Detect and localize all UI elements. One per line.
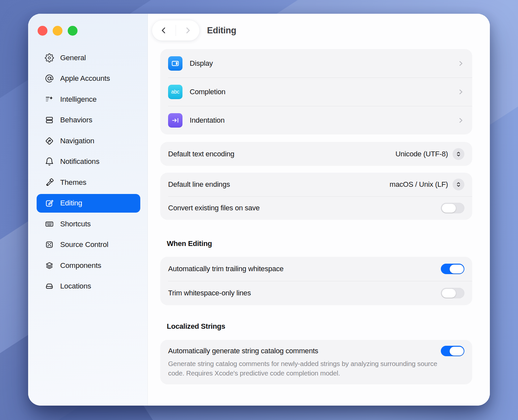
- generate-comments-row: Automatically generate string catalog co…: [160, 340, 472, 356]
- sidebar-item-navigation[interactable]: Navigation: [37, 131, 140, 150]
- up-down-chevrons-icon: [455, 181, 462, 188]
- diamond-turn-arrow-icon: [44, 136, 54, 146]
- localized-strings-card: Automatically generate string catalog co…: [160, 340, 472, 384]
- forward-button[interactable]: [176, 20, 199, 41]
- sidebar-item-label: Themes: [60, 178, 86, 187]
- gear-icon: [44, 53, 54, 63]
- encoding-select-stepper[interactable]: [453, 148, 464, 160]
- row-label: Default text encoding: [168, 150, 234, 158]
- row-label: Automatically generate string catalog co…: [168, 347, 318, 355]
- paintbrush-icon: [44, 178, 54, 187]
- trim-trailing-toggle[interactable]: [441, 264, 464, 274]
- keyboard-icon: [44, 219, 54, 229]
- section-header-localized-strings: Localized Strings: [167, 322, 472, 331]
- sidebar-item-themes[interactable]: Themes: [37, 173, 140, 192]
- sidebar-item-label: Notifications: [60, 157, 99, 166]
- chevron-right-icon: [457, 88, 464, 96]
- line-endings-card: Default line endings macOS / Unix (LF) C…: [160, 173, 472, 220]
- text-encoding-row: Default text encoding Unicode (UTF-8): [160, 142, 472, 166]
- sidebar-item-label: General: [60, 54, 86, 62]
- sidebar-item-locations[interactable]: Locations: [37, 277, 140, 296]
- sidebar-list: General Apple Accounts Intelligence Beha…: [28, 48, 147, 298]
- display-row[interactable]: Display: [160, 49, 472, 78]
- close-button[interactable]: [38, 26, 47, 36]
- sidebar-item-components[interactable]: Components: [37, 256, 140, 275]
- sidebar-item-label: Components: [60, 261, 101, 270]
- sidebar: General Apple Accounts Intelligence Beha…: [28, 14, 148, 406]
- generate-comments-description: Generate string catalog comments for new…: [160, 356, 450, 378]
- generate-comments-toggle[interactable]: [441, 346, 464, 356]
- sidebar-item-general[interactable]: General: [37, 48, 140, 67]
- sparkle-lines-icon: [44, 95, 54, 104]
- sidebar-item-editing[interactable]: Editing: [37, 194, 140, 213]
- page-title: Editing: [207, 20, 236, 41]
- row-label: Trim whitespace-only lines: [168, 289, 251, 297]
- encoding-card: Default text encoding Unicode (UTF-8): [160, 142, 472, 166]
- external-drive-icon: [44, 281, 54, 291]
- nav-card: Display abc Completion: [160, 49, 472, 134]
- sidebar-item-apple-accounts[interactable]: Apple Accounts: [37, 69, 140, 88]
- sidebar-item-behaviors[interactable]: Behaviors: [37, 111, 140, 130]
- history-nav-pill: [152, 20, 199, 41]
- trim-whitespace-only-row: Trim whitespace-only lines: [160, 281, 472, 305]
- sidebar-item-label: Behaviors: [60, 116, 92, 124]
- line-endings-select-stepper[interactable]: [453, 179, 464, 190]
- source-control-icon: [44, 240, 54, 250]
- trim-trailing-row: Automatically trim trailing whitespace: [160, 257, 472, 281]
- section-header-when-editing: When Editing: [167, 239, 472, 248]
- indentation-icon: [168, 113, 182, 128]
- toggle-knob: [442, 204, 456, 213]
- main-pane: Editing Display abc Completi: [148, 14, 490, 406]
- chevron-right-icon: [457, 60, 464, 67]
- chevron-right-icon: [183, 26, 192, 35]
- sidebar-item-notifications[interactable]: Notifications: [37, 152, 140, 171]
- chevron-right-icon: [457, 117, 464, 124]
- at-sign-icon: [44, 74, 54, 83]
- minimize-button[interactable]: [53, 26, 62, 36]
- toggle-knob: [450, 265, 464, 273]
- sidebar-item-label: Intelligence: [60, 95, 96, 104]
- row-label: Display: [190, 59, 213, 68]
- zoom-button[interactable]: [68, 26, 78, 36]
- sidebar-item-label: Source Control: [60, 240, 108, 249]
- row-label: Convert existing files on save: [168, 204, 260, 212]
- sidebar-item-label: Shortcuts: [60, 220, 91, 228]
- toggle-knob: [442, 289, 456, 298]
- stacked-rows-icon: [44, 115, 54, 125]
- sidebar-item-label: Apple Accounts: [60, 74, 110, 83]
- content: Display abc Completion: [160, 49, 472, 384]
- settings-window: General Apple Accounts Intelligence Beha…: [28, 14, 490, 406]
- row-label: Indentation: [190, 116, 225, 125]
- sidebar-item-intelligence[interactable]: Intelligence: [37, 90, 140, 109]
- when-editing-card: Automatically trim trailing whitespace T…: [160, 257, 472, 305]
- up-down-chevrons-icon: [455, 150, 462, 158]
- square-pencil-icon: [44, 198, 54, 208]
- line-endings-value: macOS / Unix (LF): [389, 180, 448, 189]
- abc-completion-icon: abc: [168, 85, 182, 99]
- bell-icon: [44, 157, 54, 166]
- row-label: Completion: [190, 88, 225, 96]
- sidebar-item-label: Editing: [60, 199, 82, 207]
- back-button[interactable]: [152, 20, 176, 41]
- chevron-left-icon: [160, 26, 168, 35]
- row-label: Default line endings: [168, 180, 230, 189]
- encoding-value: Unicode (UTF-8): [395, 150, 448, 158]
- line-endings-row: Default line endings macOS / Unix (LF): [160, 173, 472, 196]
- completion-row[interactable]: abc Completion: [160, 78, 472, 106]
- traffic-lights: [38, 26, 78, 36]
- sidebar-item-shortcuts[interactable]: Shortcuts: [37, 215, 140, 233]
- sidebar-item-label: Navigation: [60, 137, 94, 145]
- trim-whitespace-only-toggle[interactable]: [441, 288, 464, 298]
- row-label: Automatically trim trailing whitespace: [168, 265, 284, 273]
- sidebar-item-source-control[interactable]: Source Control: [37, 236, 140, 254]
- convert-existing-toggle[interactable]: [441, 203, 464, 213]
- display-icon: [168, 56, 182, 71]
- toggle-knob: [450, 347, 464, 356]
- layers-icon: [44, 261, 54, 271]
- indentation-row[interactable]: Indentation: [160, 106, 472, 134]
- sidebar-item-label: Locations: [60, 282, 91, 290]
- convert-existing-row: Convert existing files on save: [160, 196, 472, 220]
